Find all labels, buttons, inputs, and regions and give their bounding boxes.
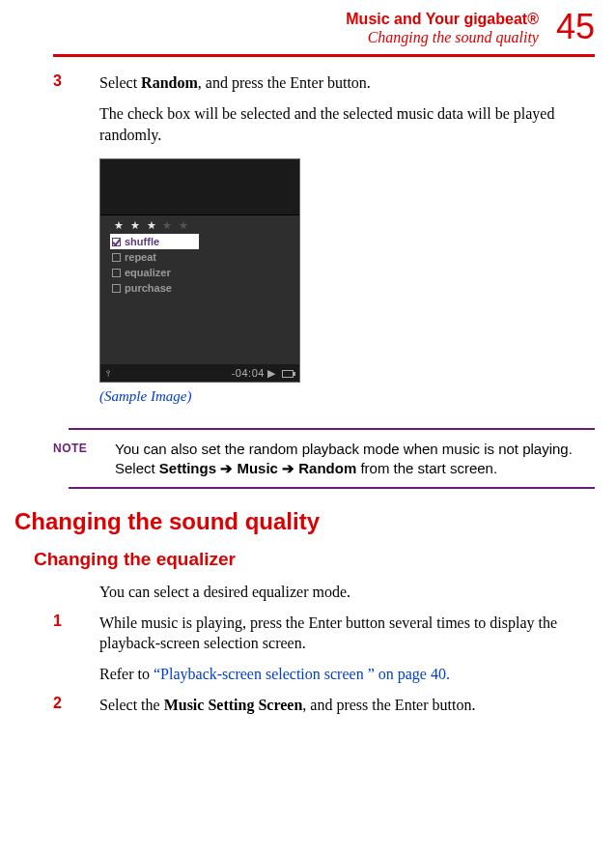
note-block: NOTE You can also set the random playbac… <box>53 428 595 489</box>
menu-item-purchase: purchase <box>110 280 199 296</box>
step-text: Select the Music Setting Screen, and pre… <box>99 695 475 716</box>
step-3: 3 Select Random, and press the Enter but… <box>53 72 595 94</box>
note-path3: Random <box>298 460 356 476</box>
checkbox-checked-icon <box>112 238 121 246</box>
page-content: 3 Select Random, and press the Enter but… <box>0 57 616 715</box>
step-number: 2 <box>53 695 99 716</box>
note-path2: Music <box>237 460 278 476</box>
arrow-icon: ➔ <box>220 460 233 476</box>
header-title: Music and Your gigabeat® <box>346 10 539 28</box>
menu-item-shuffle: shuffle <box>110 234 199 249</box>
note-top-rule <box>69 428 595 430</box>
refer-prefix: Refer to <box>99 666 154 682</box>
note-path1: Settings <box>159 460 216 476</box>
eq2-bold: Music Setting Screen <box>164 697 303 713</box>
step-number: 1 <box>53 613 99 654</box>
step-number: 3 <box>53 72 99 94</box>
play-icon: ▶ <box>267 367 275 379</box>
step-text: While music is playing, press the Enter … <box>99 613 595 654</box>
device-top-bar <box>100 159 299 215</box>
device-menu: shuffle repeat equalizer purchase <box>110 234 299 296</box>
menu-item-repeat: repeat <box>110 249 199 265</box>
step3-prefix: Select <box>99 74 141 91</box>
device-bottom-left-icon: ⫯ <box>106 368 111 379</box>
page-header: Music and Your gigabeat® Changing the so… <box>0 0 616 54</box>
checkbox-icon <box>112 253 121 262</box>
heading-sound-quality: Changing the sound quality <box>14 508 595 535</box>
menu-label: shuffle <box>125 236 159 247</box>
battery-icon <box>282 370 294 378</box>
note-bottom-rule <box>69 487 595 489</box>
stars-filled: ★ ★ ★ <box>114 219 158 231</box>
eq2-prefix: Select the <box>99 697 164 713</box>
eq-refer: Refer to “Playback-screen selection scre… <box>99 664 595 685</box>
menu-label: equalizer <box>125 267 171 278</box>
note-suffix: from the start screen. <box>356 460 497 476</box>
rating-stars: ★ ★ ★ ★ ★ <box>100 215 299 232</box>
step-text: Select Random, and press the Enter butto… <box>99 72 371 94</box>
eq-step-2: 2 Select the Music Setting Screen, and p… <box>53 695 595 716</box>
header-subtitle: Changing the sound quality <box>346 28 539 46</box>
checkbox-icon <box>112 284 121 293</box>
step3-bold: Random <box>141 74 198 91</box>
menu-label: repeat <box>125 251 156 263</box>
step3-paragraph: The check box will be selected and the s… <box>99 103 595 145</box>
cross-reference-link[interactable]: “Playback-screen selection screen ” on p… <box>154 666 450 682</box>
heading-equalizer: Changing the equalizer <box>34 549 595 570</box>
sample-image-caption: (Sample Image) <box>99 388 595 405</box>
note-row: NOTE You can also set the random playbac… <box>53 440 595 477</box>
eq2-suffix: , and press the Enter button. <box>302 697 475 713</box>
device-time-wrap: -04:04 ▶ <box>232 367 294 380</box>
playback-time: -04:04 <box>232 367 265 379</box>
arrow-icon: ➔ <box>282 460 294 476</box>
header-text-block: Music and Your gigabeat® Changing the so… <box>346 10 539 46</box>
checkbox-icon <box>112 269 121 277</box>
note-label: NOTE <box>53 440 115 455</box>
note-text: You can also set the random playback mod… <box>115 440 595 477</box>
eq-step-1: 1 While music is playing, press the Ente… <box>53 613 595 654</box>
sample-image-wrap: ★ ★ ★ ★ ★ shuffle repeat equalizer purc <box>99 158 595 383</box>
menu-label: purchase <box>125 282 172 294</box>
page-number: 45 <box>556 10 595 44</box>
step3-suffix: , and press the Enter button. <box>198 74 371 91</box>
device-status-bar: ⫯ -04:04 ▶ <box>100 364 299 382</box>
device-screenshot: ★ ★ ★ ★ ★ shuffle repeat equalizer purc <box>99 158 300 383</box>
equalizer-intro: You can select a desired equalizer mode. <box>99 582 595 603</box>
stars-dim: ★ ★ <box>158 219 191 231</box>
menu-item-equalizer: equalizer <box>110 265 199 280</box>
